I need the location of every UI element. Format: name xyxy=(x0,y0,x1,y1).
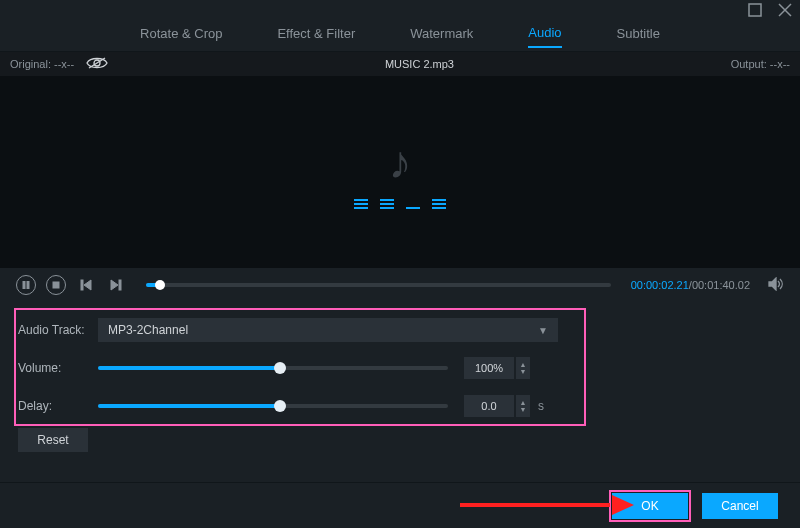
svg-marker-9 xyxy=(84,280,91,290)
preview-toggle-icon[interactable] xyxy=(86,56,108,72)
tab-bar: Rotate & Crop Effect & Filter Watermark … xyxy=(0,22,800,52)
delay-label: Delay: xyxy=(18,399,98,413)
next-frame-button[interactable] xyxy=(106,275,126,295)
footer-bar: OK Cancel xyxy=(0,482,800,528)
equalizer-icon xyxy=(354,199,446,209)
output-resolution: Output: --x-- xyxy=(731,58,790,70)
volume-value[interactable]: 100% xyxy=(464,357,514,379)
tab-rotate-crop[interactable]: Rotate & Crop xyxy=(140,26,222,47)
delay-slider[interactable] xyxy=(98,404,448,408)
time-display: 00:00:02.21/00:01:40.02 xyxy=(631,279,750,291)
svg-marker-12 xyxy=(769,278,776,290)
stop-button[interactable] xyxy=(46,275,66,295)
editor-window: Rotate & Crop Effect & Filter Watermark … xyxy=(0,0,800,528)
maximize-icon[interactable] xyxy=(732,3,762,20)
pause-button[interactable] xyxy=(16,275,36,295)
volume-icon[interactable] xyxy=(768,277,784,294)
audio-track-select[interactable]: MP3-2Channel ▼ xyxy=(98,318,558,342)
original-resolution: Original: --x-- xyxy=(10,58,74,70)
filename: MUSIC 2.mp3 xyxy=(385,58,454,70)
tab-audio[interactable]: Audio xyxy=(528,25,561,48)
transport-bar: 00:00:02.21/00:01:40.02 xyxy=(0,268,800,302)
time-current: 00:00:02.21 xyxy=(631,279,689,291)
tab-subtitle[interactable]: Subtitle xyxy=(617,26,660,47)
audio-settings-panel: Audio Track: MP3-2Channel ▼ Volume: 100%… xyxy=(0,302,800,464)
delay-stepper[interactable]: ▲▼ xyxy=(516,395,530,417)
seek-slider[interactable] xyxy=(146,283,611,287)
tab-watermark[interactable]: Watermark xyxy=(410,26,473,47)
audio-track-value: MP3-2Channel xyxy=(108,323,188,337)
preview-area: ♪ xyxy=(0,76,800,268)
delay-value[interactable]: 0.0 xyxy=(464,395,514,417)
svg-rect-7 xyxy=(53,282,59,288)
svg-rect-8 xyxy=(81,280,83,290)
close-icon[interactable] xyxy=(762,3,792,20)
reset-button[interactable]: Reset xyxy=(18,428,88,452)
svg-rect-0 xyxy=(749,4,761,16)
tab-effect-filter[interactable]: Effect & Filter xyxy=(277,26,355,47)
time-total: /00:01:40.02 xyxy=(689,279,750,291)
svg-marker-10 xyxy=(111,280,118,290)
volume-stepper[interactable]: ▲▼ xyxy=(516,357,530,379)
window-titlebar xyxy=(0,0,800,22)
delay-unit: s xyxy=(538,399,544,413)
audio-track-label: Audio Track: xyxy=(18,323,98,337)
ok-button[interactable]: OK xyxy=(612,493,688,519)
svg-rect-5 xyxy=(23,281,25,289)
music-note-icon: ♪ xyxy=(389,135,412,189)
svg-rect-11 xyxy=(119,280,121,290)
cancel-button[interactable]: Cancel xyxy=(702,493,778,519)
volume-slider[interactable] xyxy=(98,366,448,370)
file-status-bar: Original: --x-- MUSIC 2.mp3 Output: --x-… xyxy=(0,52,800,76)
chevron-down-icon: ▼ xyxy=(538,325,548,336)
volume-label: Volume: xyxy=(18,361,98,375)
svg-rect-6 xyxy=(27,281,29,289)
prev-frame-button[interactable] xyxy=(76,275,96,295)
